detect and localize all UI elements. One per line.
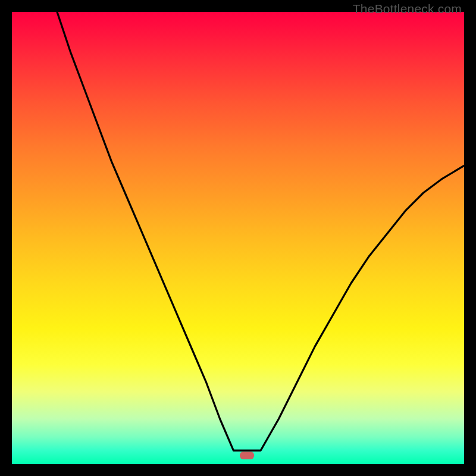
curve-layer (12, 12, 464, 464)
optimal-point-marker (240, 452, 254, 459)
bottleneck-curve (57, 12, 464, 450)
watermark-text: TheBottleneck.com (353, 2, 462, 16)
outer-frame: TheBottleneck.com (0, 0, 476, 476)
